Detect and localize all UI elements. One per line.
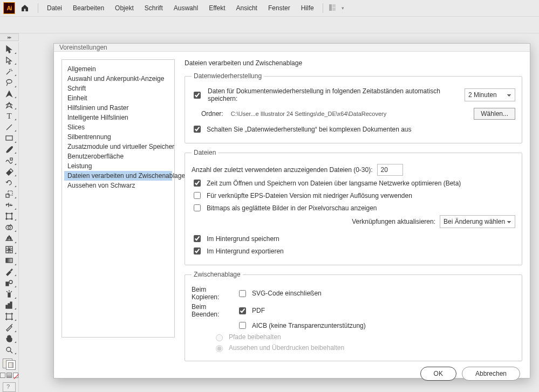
menu-ansicht[interactable]: Ansicht	[232, 3, 262, 13]
symbol-sprayer-tool-icon[interactable]	[2, 289, 17, 299]
cat-dateien-zwischenablage[interactable]: Dateien verarbeiten und Zwischenablage	[64, 171, 172, 181]
recent-files-input[interactable]	[377, 164, 403, 176]
mesh-tool-icon[interactable]	[2, 245, 17, 255]
svg-point-26	[6, 347, 11, 352]
gradient-tool-icon[interactable]	[2, 256, 17, 266]
panel-expand-tab[interactable]: ▸▸	[0, 33, 19, 41]
cat-leistung[interactable]: Leistung	[64, 161, 172, 171]
svg-rect-23	[8, 304, 10, 308]
cat-hilfslinien-raster[interactable]: Hilfslinien und Raster	[64, 103, 172, 113]
menu-effekt[interactable]: Effekt	[204, 3, 229, 13]
on-quit-label: Beim Beenden:	[192, 303, 233, 318]
category-list[interactable]: Allgemein Auswahl und Ankerpunkt-Anzeige…	[62, 59, 175, 338]
eps-lowres-checkbox[interactable]	[194, 192, 201, 199]
cat-auswahl-ankerpunkt[interactable]: Auswahl und Ankerpunkt-Anzeige	[64, 74, 172, 84]
cat-aussehen-schwarz[interactable]: Aussehen von Schwarz	[64, 181, 172, 190]
screen-mode-icon[interactable]	[3, 382, 16, 392]
separator	[38, 3, 38, 13]
auto-save-checkbox[interactable]	[194, 92, 201, 99]
hand-tool-icon[interactable]	[2, 334, 17, 344]
bitmap-smooth-checkbox[interactable]	[194, 204, 201, 211]
rectangle-tool-icon[interactable]	[2, 133, 17, 143]
cat-einheit[interactable]: Einheit	[64, 93, 172, 103]
eps-lowres-label: Für verknüpfte EPS-Dateien Version mit n…	[207, 192, 412, 200]
links-update-select[interactable]: Bei Änderung wählen	[440, 215, 515, 228]
column-graph-tool-icon[interactable]	[2, 300, 17, 311]
blend-tool-icon[interactable]	[2, 278, 17, 288]
home-icon[interactable]	[19, 3, 30, 13]
perspective-grid-tool-icon[interactable]	[2, 233, 17, 244]
cat-slices[interactable]: Slices	[64, 122, 172, 132]
magic-wand-tool-icon[interactable]	[2, 66, 17, 77]
group-files-legend: Dateien	[192, 149, 218, 156]
aicb-checkbox[interactable]	[239, 322, 246, 329]
menu-fenster[interactable]: Fenster	[264, 3, 295, 13]
slice-tool-icon[interactable]	[2, 322, 17, 333]
recent-files-label: Anzahl der zuletzt verwendeten anzuzeige…	[192, 166, 373, 174]
content-pane: Dateien verarbeiten und Zwischenablage D…	[185, 59, 522, 367]
menu-auswahl[interactable]: Auswahl	[169, 3, 202, 13]
direct-selection-tool-icon[interactable]	[2, 56, 17, 66]
width-tool-icon[interactable]	[2, 200, 17, 210]
menu-objekt[interactable]: Objekt	[111, 3, 138, 13]
cat-benutzeroberflaeche[interactable]: Benutzeroberfläche	[64, 152, 172, 161]
menu-datei[interactable]: Datei	[43, 3, 66, 13]
menu-schrift[interactable]: Schrift	[140, 3, 167, 13]
group-recovery-legend: Datenwiederherstellung	[192, 72, 264, 80]
selection-tool-icon[interactable]	[2, 44, 17, 54]
group-clipboard: Zwischenablage Beim Kopieren: SVG-Code e…	[185, 271, 522, 361]
pdf-checkbox[interactable]	[239, 307, 246, 314]
cat-intelligente-hilfslinien[interactable]: Intelligente Hilfslinien	[64, 113, 172, 122]
curvature-tool-icon[interactable]	[2, 100, 17, 110]
free-transform-tool-icon[interactable]	[2, 211, 17, 222]
gradient-mode-icon[interactable]	[6, 373, 12, 378]
menu-hilfe[interactable]: Hilfe	[297, 3, 318, 13]
lasso-tool-icon[interactable]	[2, 78, 17, 88]
svg-line-27	[10, 351, 12, 353]
svg-rect-18	[6, 258, 12, 263]
cat-allgemein[interactable]: Allgemein	[64, 64, 172, 74]
line-tool-icon[interactable]	[2, 122, 17, 132]
bg-export-checkbox[interactable]	[194, 247, 201, 255]
group-clipboard-legend: Zwischenablage	[192, 271, 243, 278]
choose-folder-button[interactable]: Wählen...	[474, 108, 515, 120]
pen-tool-icon[interactable]	[2, 89, 17, 99]
ok-button[interactable]: OK	[420, 367, 456, 381]
cat-zusatzmodule[interactable]: Zusatzmodule und virtueller Speicher	[64, 142, 172, 152]
svg-rect-10	[6, 214, 12, 219]
optimize-slow-network-checkbox[interactable]	[194, 180, 201, 187]
eyedropper-tool-icon[interactable]	[2, 267, 17, 277]
rotate-tool-icon[interactable]	[2, 178, 17, 188]
paths-radio	[216, 334, 223, 341]
tools-panel: T	[0, 42, 19, 392]
svg-checkbox[interactable]	[239, 290, 246, 297]
svg-rect-0	[329, 4, 332, 11]
bg-save-checkbox[interactable]	[194, 235, 201, 242]
type-tool-icon[interactable]: T	[2, 111, 17, 121]
menu-bearbeiten[interactable]: Bearbeiten	[69, 3, 108, 13]
artboard-tool-icon[interactable]	[2, 311, 17, 321]
shaper-tool-icon[interactable]	[2, 155, 17, 166]
svg-rect-19	[6, 282, 9, 286]
eraser-tool-icon[interactable]	[2, 167, 17, 177]
shape-builder-tool-icon[interactable]	[2, 222, 17, 232]
svg-point-3	[6, 80, 12, 84]
cat-silbentrennung[interactable]: Silbentrennung	[64, 132, 172, 142]
paintbrush-tool-icon[interactable]	[2, 145, 17, 155]
chevron-down-icon[interactable]: ▾	[342, 5, 344, 11]
arrange-documents-icon[interactable]	[329, 4, 336, 13]
svg-rect-6	[6, 136, 12, 140]
auto-save-interval-select[interactable]: 2 Minuten	[465, 88, 515, 101]
disable-complex-checkbox[interactable]	[194, 126, 201, 133]
color-mode-icon[interactable]	[0, 373, 5, 378]
cancel-button[interactable]: Abbrechen	[462, 367, 520, 381]
bg-export-label: Im Hintergrund exportieren	[207, 247, 284, 255]
scale-tool-icon[interactable]	[2, 189, 17, 199]
stroke-swatch[interactable]	[6, 360, 16, 370]
fill-stroke-swatch[interactable]	[2, 358, 16, 370]
control-bar	[0, 17, 539, 33]
group-recovery: Datenwiederherstellung Daten für Dokumen…	[185, 72, 522, 143]
none-mode-icon[interactable]	[13, 373, 18, 378]
cat-schrift[interactable]: Schrift	[64, 84, 172, 93]
zoom-tool-icon[interactable]	[2, 345, 17, 355]
